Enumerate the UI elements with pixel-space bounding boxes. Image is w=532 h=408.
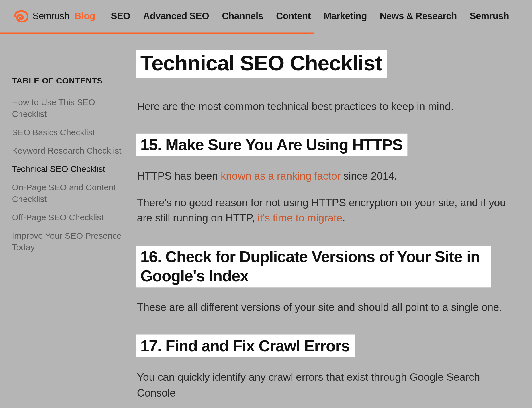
section-15-heading: 15. Make Sure You Are Using HTTPS	[136, 133, 408, 156]
toc-item[interactable]: SEO Basics Checklist	[12, 127, 124, 138]
section-15-p2: There's no good reason for not using HTT…	[137, 195, 519, 226]
brand-logo-group[interactable]: Semrush Blog	[14, 10, 95, 22]
primary-nav: SEO Advanced SEO Channels Content Market…	[111, 11, 520, 22]
section-17-p1: You can quickly identify any crawl error…	[137, 369, 519, 400]
semrush-flame-icon	[14, 10, 28, 22]
toc-item[interactable]: Improve Your SEO Presence Today	[12, 230, 124, 253]
nav-item-content[interactable]: Content	[276, 11, 311, 22]
brand-name: Semrush	[32, 11, 69, 22]
toc-item[interactable]: Keyword Research Checklist	[12, 145, 124, 156]
text-fragment: HTTPS has been	[137, 170, 221, 182]
text-fragment: since 2014.	[341, 170, 397, 182]
link-migrate[interactable]: it's time to migrate	[257, 212, 342, 224]
section-15-p1: HTTPS has been known as a ranking factor…	[137, 168, 519, 184]
text-fragment: .	[342, 212, 345, 224]
nav-item-advanced-seo[interactable]: Advanced SEO	[143, 11, 209, 22]
intro-paragraph: Here are the most common technical best …	[137, 98, 519, 114]
toc-item[interactable]: How to Use This SEO Checklist	[12, 97, 124, 120]
article-main: Technical SEO Checklist Here are the mos…	[133, 61, 532, 408]
toc-item[interactable]: Off-Page SEO Checklist	[12, 212, 124, 223]
nav-item-marketing[interactable]: Marketing	[324, 11, 367, 22]
toc-title: TABLE OF CONTENTS	[12, 76, 124, 86]
link-ranking-factor[interactable]: known as a ranking factor	[221, 170, 341, 182]
nav-item-semrush[interactable]: Semrush	[470, 11, 509, 22]
toc-item[interactable]: On-Page SEO and Content Checklist	[12, 182, 124, 205]
nav-item-channels[interactable]: Channels	[222, 11, 263, 22]
top-navbar: Semrush Blog SEO Advanced SEO Channels C…	[0, 0, 532, 34]
page-title: Technical SEO Checklist	[136, 50, 387, 78]
section-16-p1: These are all different versions of your…	[137, 299, 519, 315]
nav-item-news-research[interactable]: News & Research	[380, 11, 457, 22]
toc-item-active[interactable]: Technical SEO Checklist	[12, 163, 124, 175]
brand-blog-label: Blog	[75, 11, 95, 22]
nav-item-seo[interactable]: SEO	[111, 11, 130, 22]
section-17-heading: 17. Find and Fix Crawl Errors	[136, 335, 355, 357]
table-of-contents: TABLE OF CONTENTS How to Use This SEO Ch…	[0, 61, 133, 408]
section-16-heading: 16. Check for Duplicate Versions of Your…	[136, 245, 491, 287]
